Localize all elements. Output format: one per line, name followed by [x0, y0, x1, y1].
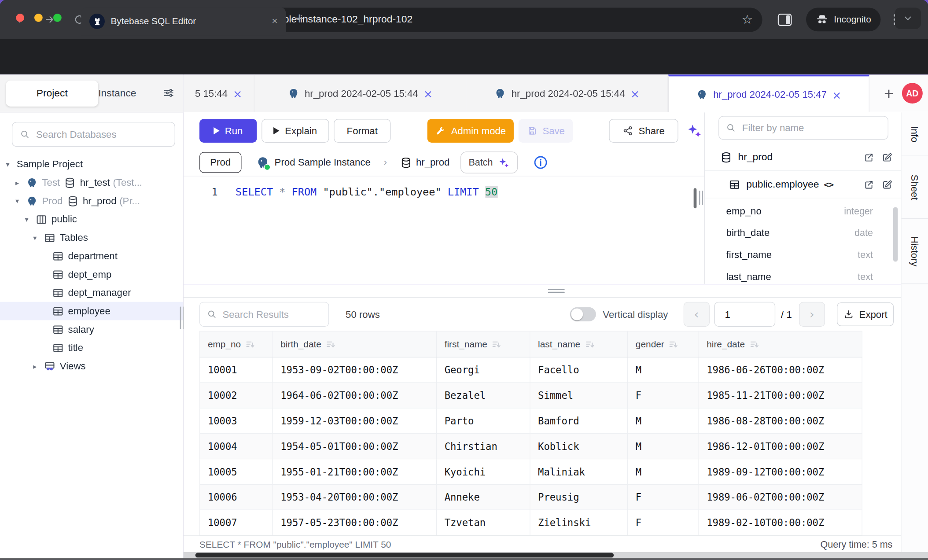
tree-item-title[interactable]: title — [0, 339, 183, 357]
sort-icon[interactable] — [246, 340, 254, 348]
tree-item-Tables[interactable]: ▾Tables — [0, 228, 183, 247]
column-row[interactable]: emp_nointeger — [705, 200, 901, 222]
batch-button[interactable]: Batch — [460, 151, 518, 173]
new-tab-button[interactable]: + — [295, 10, 304, 28]
filter-settings-icon[interactable] — [163, 87, 175, 99]
column-header[interactable]: last_name — [530, 331, 628, 357]
column-header[interactable]: first_name — [436, 331, 530, 357]
sort-icon[interactable] — [669, 340, 678, 348]
tree-item-hr_test[interactable]: ▸Testhr_test(Test... — [0, 173, 183, 192]
table-row-entry[interactable]: public.employee <> — [705, 171, 901, 199]
worksheet-tab[interactable]: 5 15:44× — [184, 74, 254, 112]
tree-item-employee[interactable]: employee — [0, 302, 183, 321]
caret-down-icon[interactable]: ▾ — [15, 197, 26, 205]
sort-icon[interactable] — [492, 340, 501, 348]
edit-icon[interactable] — [882, 152, 892, 162]
close-worksheet-icon[interactable]: × — [233, 87, 242, 100]
close-worksheet-icon[interactable]: × — [832, 88, 841, 101]
table-row[interactable]: 100061953-04-20T00:00:00ZAnnekePreusigF1… — [200, 484, 862, 510]
prev-page-button[interactable]: ‹ — [683, 302, 709, 327]
column-row[interactable]: birth_datedate — [705, 222, 901, 244]
tree-item-Sample Project[interactable]: ▾Sample Project — [0, 155, 183, 173]
close-worksheet-icon[interactable]: × — [423, 87, 433, 100]
caret-down-icon[interactable]: ▾ — [33, 233, 44, 242]
avatar[interactable]: AD — [902, 83, 923, 103]
page-number-input[interactable]: 1 — [714, 302, 775, 327]
side-tab-sheet[interactable]: Sheet — [902, 156, 928, 219]
table-row[interactable]: 100021964-06-02T00:00:00ZBezalelSimmelF1… — [200, 383, 862, 408]
tree-item-public[interactable]: ▾public — [0, 210, 183, 228]
column-header[interactable]: gender — [628, 331, 699, 357]
table-row[interactable]: 100071957-05-23T00:00:00ZTzvetanZielinsk… — [200, 510, 862, 535]
tree-item-dept_manager[interactable]: dept_manager — [0, 284, 183, 302]
sort-icon[interactable] — [585, 340, 594, 348]
editor-scrollbar[interactable] — [694, 188, 697, 209]
share-button[interactable]: Share — [609, 119, 678, 143]
edit-icon[interactable] — [882, 179, 892, 190]
worksheet-tab[interactable]: hr_prod 2024-02-05 15:44× — [254, 74, 466, 112]
side-tab-history[interactable]: History — [902, 219, 928, 284]
tree-item-label: public — [52, 214, 77, 225]
sort-icon[interactable] — [326, 340, 335, 348]
table-row[interactable]: 100011953-09-02T00:00:00ZGeorgiFacelloM1… — [200, 357, 862, 383]
tab-project[interactable]: Project — [6, 81, 98, 107]
sql-editor[interactable]: 1 SELECT * FROM "public"."employee" LIMI… — [184, 177, 704, 284]
close-worksheet-icon[interactable]: × — [630, 87, 640, 100]
column-header[interactable]: birth_date — [273, 331, 436, 357]
table-row[interactable]: 100031959-12-03T00:00:00ZPartoBamfordM19… — [200, 408, 862, 434]
export-button[interactable]: Export — [837, 302, 894, 326]
column-header[interactable]: hire_date — [699, 331, 862, 357]
tree-item-hr_prod[interactable]: ▾Prodhr_prod(Pr... — [0, 192, 183, 210]
pane-divider[interactable] — [184, 284, 901, 297]
bookmark-star-icon[interactable]: ☆ — [742, 12, 753, 26]
caret-down-icon[interactable]: ▾ — [25, 215, 35, 224]
save-button[interactable]: Save — [519, 119, 573, 143]
side-panel-icon[interactable] — [778, 13, 792, 26]
external-link-icon[interactable] — [863, 179, 874, 190]
panel-resize-handle[interactable] — [699, 191, 703, 205]
database-row[interactable]: hr_prod — [705, 144, 901, 171]
tab-search-button[interactable] — [895, 7, 921, 29]
admin-mode-button[interactable]: Admin mode — [427, 119, 514, 143]
vertical-display-toggle[interactable] — [570, 307, 596, 321]
minimize-window-button[interactable] — [35, 14, 43, 22]
tree-item-salary[interactable]: salary — [0, 320, 183, 339]
next-page-button[interactable]: › — [799, 302, 825, 327]
sort-icon[interactable] — [750, 340, 759, 348]
new-worksheet-button[interactable]: + — [884, 84, 894, 103]
tree-item-department[interactable]: department — [0, 247, 183, 265]
explain-button[interactable]: Explain — [261, 119, 329, 143]
breadcrumb-instance[interactable]: Prod Sample Instance — [275, 157, 371, 168]
side-tab-info[interactable]: Info — [902, 112, 928, 156]
search-databases-input[interactable]: Search Databases — [12, 122, 175, 147]
format-button[interactable]: Format — [334, 119, 390, 143]
close-window-button[interactable] — [16, 14, 24, 22]
zoom-window-button[interactable] — [53, 14, 62, 22]
column-list-scrollbar[interactable] — [893, 207, 898, 262]
tree-item-Views[interactable]: ▸Views — [0, 357, 183, 376]
tree-item-dept_emp[interactable]: dept_emp — [0, 265, 183, 284]
browser-tab[interactable]: Bytebase SQL Editor × — [81, 7, 286, 36]
ai-assistant-icon[interactable] — [686, 123, 702, 139]
search-results-input[interactable]: Search Results — [199, 302, 329, 327]
run-button[interactable]: Run — [199, 119, 257, 143]
caret-right-icon[interactable]: ▸ — [15, 178, 26, 187]
caret-down-icon[interactable]: ▾ — [6, 160, 16, 169]
filter-by-name-input[interactable]: Filter by name — [718, 116, 888, 140]
info-circle-icon[interactable] — [533, 155, 548, 170]
column-header[interactable]: emp_no — [200, 331, 273, 357]
tab-instance[interactable]: Instance — [88, 81, 147, 107]
external-link-icon[interactable] — [863, 152, 874, 162]
close-tab-icon[interactable]: × — [272, 15, 277, 27]
column-row[interactable]: first_nametext — [705, 244, 901, 266]
table-row[interactable]: 100051955-01-21T00:00:00ZKyoichiMaliniak… — [200, 459, 862, 485]
drag-handle-icon[interactable] — [548, 289, 565, 295]
scrollbar-thumb[interactable] — [195, 553, 614, 558]
horizontal-scrollbar[interactable] — [184, 552, 928, 558]
caret-right-icon[interactable]: ▸ — [33, 362, 44, 370]
worksheet-tab[interactable]: hr_prod 2024-02-05 15:47× — [668, 74, 869, 112]
code-icon[interactable]: <> — [824, 179, 833, 190]
breadcrumb-database[interactable]: hr_prod — [416, 157, 449, 168]
table-row[interactable]: 100041954-05-01T00:00:00ZChirstianKoblic… — [200, 434, 862, 459]
worksheet-tab[interactable]: hr_prod 2024-02-05 15:44× — [466, 74, 668, 112]
